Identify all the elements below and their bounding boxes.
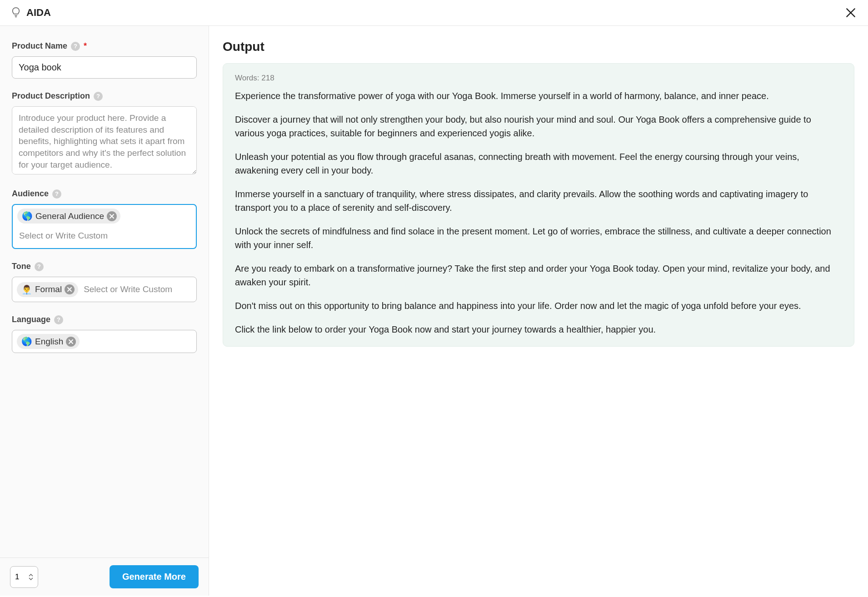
help-icon[interactable]: ?	[54, 315, 63, 324]
remove-chip-button[interactable]	[66, 337, 76, 347]
tone-text-input[interactable]	[82, 281, 192, 298]
word-count: Words: 218	[235, 74, 842, 83]
language-label: Language	[12, 315, 50, 324]
output-text: Experience the transformative power of y…	[235, 89, 842, 336]
remove-chip-button[interactable]	[65, 284, 75, 294]
language-chip[interactable]: 🌎 English	[17, 334, 80, 349]
output-paragraph: Are you ready to embark on a transformat…	[235, 262, 842, 289]
page-title: AIDA	[26, 7, 51, 19]
product-name-input[interactable]	[12, 56, 197, 79]
output-paragraph: Unlock the secrets of mindfulness and fi…	[235, 224, 842, 252]
form-footer: Generate More	[0, 557, 209, 596]
tone-label: Tone	[12, 262, 31, 271]
stepper-arrows[interactable]	[29, 573, 33, 581]
header: AIDA	[0, 0, 868, 26]
close-button[interactable]	[844, 6, 857, 19]
product-name-field: Product Name ? *	[12, 41, 197, 79]
audience-field: Audience ? 🌎 General Audience	[12, 189, 197, 249]
lightbulb-icon	[11, 7, 21, 19]
language-field: Language ? 🌎 English	[12, 315, 197, 353]
quantity-input[interactable]	[15, 572, 28, 582]
output-card: Words: 218 Experience the transformative…	[223, 63, 854, 347]
person-icon: 👨‍💼	[21, 284, 32, 295]
globe-icon: 🌎	[21, 336, 32, 347]
product-description-label: Product Description	[12, 91, 90, 101]
output-title: Output	[223, 40, 854, 54]
language-input[interactable]: 🌎 English	[12, 330, 197, 353]
audience-input[interactable]: 🌎 General Audience	[12, 204, 197, 249]
output-paragraph: Don't miss out on this opportunity to br…	[235, 299, 842, 313]
product-description-field: Product Description ?	[12, 91, 197, 176]
output-paragraph: Experience the transformative power of y…	[235, 89, 842, 103]
help-icon[interactable]: ?	[94, 92, 103, 101]
help-icon[interactable]: ?	[52, 189, 61, 199]
audience-label: Audience	[12, 189, 49, 199]
tone-field: Tone ? 👨‍💼 Formal	[12, 262, 197, 302]
quantity-stepper[interactable]	[10, 566, 38, 588]
product-description-input[interactable]	[12, 106, 197, 174]
output-panel: Output Words: 218 Experience the transfo…	[209, 26, 868, 596]
language-chip-label: English	[35, 337, 63, 347]
remove-chip-button[interactable]	[107, 211, 117, 221]
form-panel: Product Name ? * Product Description ? A…	[0, 26, 209, 596]
tone-chip-label: Formal	[35, 284, 62, 294]
product-name-label: Product Name	[12, 41, 67, 51]
required-indicator: *	[84, 41, 87, 51]
help-icon[interactable]: ?	[71, 42, 80, 51]
audience-chip-label: General Audience	[35, 211, 104, 221]
output-paragraph: Click the link below to order your Yoga …	[235, 323, 842, 336]
tone-input[interactable]: 👨‍💼 Formal	[12, 277, 197, 302]
help-icon[interactable]: ?	[35, 262, 44, 271]
output-paragraph: Discover a journey that will not only st…	[235, 113, 842, 140]
output-paragraph: Immerse yourself in a sanctuary of tranq…	[235, 187, 842, 214]
audience-chip[interactable]: 🌎 General Audience	[17, 209, 120, 224]
generate-button[interactable]: Generate More	[110, 565, 199, 588]
tone-chip[interactable]: 👨‍💼 Formal	[17, 282, 78, 297]
output-paragraph: Unleash your potential as you flow throu…	[235, 150, 842, 177]
globe-icon: 🌎	[22, 211, 33, 221]
audience-text-input[interactable]	[17, 227, 191, 244]
